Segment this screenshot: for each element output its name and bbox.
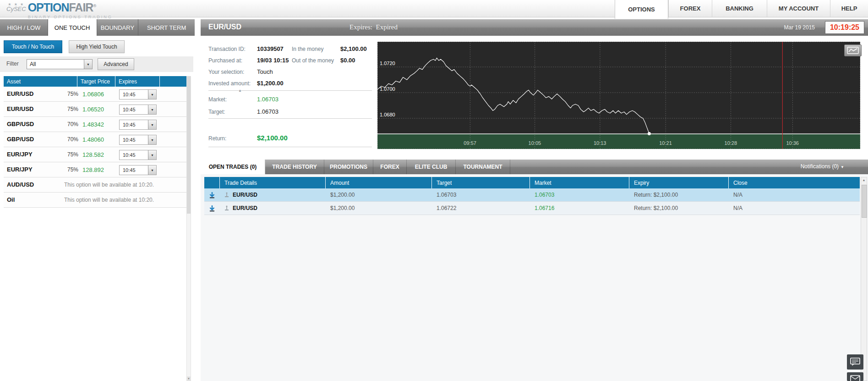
- trade-close: N/A: [729, 202, 860, 215]
- expiry-select[interactable]: 10:45▼: [119, 120, 157, 130]
- selection-value: Touch: [257, 68, 273, 75]
- touch-no-touch-button[interactable]: Touch / No Touch: [4, 40, 62, 53]
- tab-trade-history[interactable]: TRADE HISTORY: [265, 160, 324, 174]
- svg-text:10:28: 10:28: [725, 140, 737, 146]
- asset-target-price: 1.06806: [82, 91, 104, 98]
- asset-row[interactable]: GBP/USD 70% 1.48060 10:45▼: [4, 132, 186, 147]
- top-bar: ★ ★ ★ CySEC OPTIONFAIR® BINARY OPTIONS T…: [0, 0, 868, 17]
- sidebar-scrollbar[interactable]: ▼: [186, 76, 191, 381]
- trade-target: 1.06703: [432, 188, 530, 201]
- trade-row[interactable]: EUR/USD $1,200.00 1.06703 1.06703 Return…: [204, 188, 860, 202]
- tab-high-low[interactable]: HIGH / LOW: [0, 19, 48, 36]
- target-label: Target:: [208, 109, 225, 115]
- trade-target: 1.06722: [432, 202, 530, 215]
- tab-open-trades[interactable]: OPEN TRADES (0): [201, 160, 265, 174]
- notifications-dropdown[interactable]: Notifications (0)▼: [801, 163, 844, 170]
- chevron-down-icon[interactable]: ▼: [148, 135, 156, 144]
- open-trades-table: Trade Details Amount Target Market Expir…: [204, 177, 860, 215]
- asset-name: GBP/USD: [7, 136, 34, 143]
- chevron-down-icon[interactable]: ▼: [148, 120, 156, 129]
- asset-row-disabled: AUD/USD This option will be available at…: [4, 177, 186, 193]
- expires-status: Expires: Expired: [349, 23, 398, 31]
- expiry-select[interactable]: 10:45▼: [119, 150, 157, 160]
- top-nav-tab-my-account[interactable]: MY ACCOUNT: [767, 0, 830, 17]
- tab-boundary[interactable]: BOUNDARY: [97, 19, 139, 36]
- top-nav-tab-options[interactable]: OPTIONS: [615, 0, 668, 19]
- expiry-select[interactable]: 10:45▼: [119, 89, 157, 99]
- asset-target-price: 128.582: [82, 151, 104, 158]
- chevron-down-icon[interactable]: ▼: [148, 150, 156, 160]
- asset-row[interactable]: GBP/USD 70% 1.48342 10:45▼: [4, 117, 186, 132]
- chevron-down-icon[interactable]: ▼: [84, 60, 92, 69]
- trade-asset: EUR/USD: [233, 205, 257, 211]
- download-icon[interactable]: [204, 188, 220, 201]
- asset-row[interactable]: EUR/USD 75% 1.06806 10:45▼: [4, 87, 186, 102]
- divider: [208, 147, 372, 147]
- svg-text:1.0680: 1.0680: [380, 112, 395, 117]
- live-chat-button[interactable]: [847, 354, 863, 370]
- touch-indicator-icon: [224, 205, 229, 211]
- expiry-select[interactable]: 10:45▼: [119, 135, 157, 145]
- tab-forex[interactable]: FOREX: [373, 160, 407, 174]
- scroll-down-icon[interactable]: ▼: [187, 376, 191, 381]
- option-type-tabs: HIGH / LOW ONE TOUCH BOUNDARY SHORT TERM: [0, 19, 195, 36]
- scrollbar-thumb[interactable]: [862, 185, 867, 218]
- scroll-up-icon[interactable]: ▲: [861, 178, 867, 182]
- expiry-value: 10:45: [123, 137, 136, 143]
- divider: [208, 118, 372, 119]
- tab-promotions[interactable]: PROMOTIONS: [324, 160, 373, 174]
- envelope-icon: [850, 375, 860, 381]
- expiry-select[interactable]: 10:45▼: [119, 105, 157, 115]
- transaction-id-value: 10339507: [257, 45, 284, 52]
- chevron-down-icon[interactable]: ▼: [148, 90, 156, 99]
- notifications-label: Notifications (0): [801, 163, 839, 170]
- trades-scrollbar[interactable]: ▲: [861, 177, 867, 381]
- tab-short-term[interactable]: SHORT TERM: [138, 19, 195, 36]
- top-nav-tab-forex[interactable]: FOREX: [668, 0, 712, 17]
- svg-text:1.0700: 1.0700: [380, 86, 395, 92]
- trade-market: 1.06716: [530, 202, 629, 215]
- expiry-value: 10:45: [123, 107, 136, 112]
- asset-target-price: 1.48060: [82, 136, 104, 143]
- market-label: Market:: [208, 96, 227, 103]
- asset-row[interactable]: EUR/USD 75% 1.06520 10:45▼: [4, 102, 186, 117]
- col-target-price: Target Price: [77, 76, 115, 87]
- expiry-value: 10:45: [123, 152, 136, 158]
- asset-target-price: 1.06520: [82, 106, 104, 113]
- asset-payout: 75%: [52, 151, 78, 158]
- asset-target-price: 1.48342: [82, 121, 104, 128]
- asset-name: AUD/USD: [7, 181, 34, 188]
- col-trade-details: Trade Details: [220, 177, 326, 188]
- asset-name: EUR/USD: [7, 90, 34, 97]
- trade-row[interactable]: EUR/USD $1,200.00 1.06722 1.06716 Return…: [204, 202, 860, 215]
- scrollbar-thumb[interactable]: [187, 76, 191, 214]
- contact-email-button[interactable]: [847, 372, 863, 381]
- chart-type-button[interactable]: [844, 44, 862, 56]
- trade-amount: $1,200.00: [326, 202, 432, 215]
- tab-tournament[interactable]: TOURNAMENT: [456, 160, 510, 174]
- touch-indicator-icon: [224, 192, 229, 198]
- filter-select[interactable]: All ▼: [27, 59, 93, 69]
- cysec-badge: ★ ★ ★ CySEC: [6, 2, 26, 11]
- scroll-up-icon[interactable]: ▲: [238, 88, 242, 93]
- chevron-down-icon[interactable]: ▼: [148, 166, 156, 175]
- svg-text:10:05: 10:05: [529, 140, 541, 146]
- asset-row[interactable]: EUR/JPY 75% 128.582 10:45▼: [4, 147, 186, 162]
- download-icon[interactable]: [204, 202, 220, 215]
- svg-text:09:57: 09:57: [464, 140, 476, 146]
- transaction-id-label: Transaction ID:: [208, 46, 246, 52]
- top-nav-tab-help[interactable]: HELP: [830, 0, 868, 17]
- asset-payout: 75%: [52, 106, 78, 112]
- top-nav: OPTIONS FOREX BANKING MY ACCOUNT HELP: [615, 0, 868, 17]
- asset-row[interactable]: EUR/JPY 75% 128.892 10:45▼: [4, 162, 186, 177]
- high-yield-touch-button[interactable]: High Yield Touch: [69, 40, 125, 53]
- trade-panel-header: EUR/USD Expires: Expired Mar 19 2015 10:…: [201, 19, 868, 36]
- expiry-select[interactable]: 10:45▼: [119, 165, 157, 175]
- tab-one-touch[interactable]: ONE TOUCH: [48, 19, 97, 36]
- target-value: 1.06703: [257, 108, 278, 115]
- advanced-button[interactable]: Advanced: [98, 58, 134, 70]
- top-nav-tab-banking[interactable]: BANKING: [712, 0, 767, 17]
- col-expiry: Expiry: [629, 177, 729, 188]
- tab-elite-club[interactable]: ELITE CLUB: [407, 160, 456, 174]
- chevron-down-icon[interactable]: ▼: [148, 105, 156, 114]
